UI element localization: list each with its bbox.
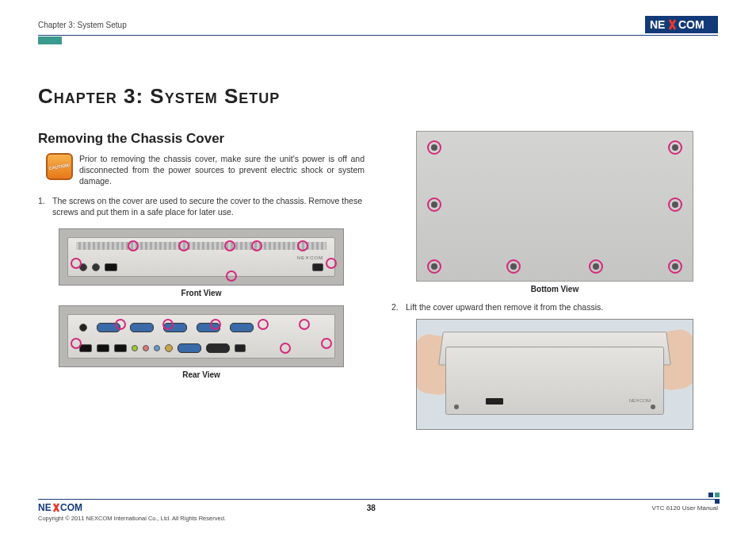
- svg-text:COM: COM: [60, 502, 82, 513]
- logo-text-left: NE: [650, 18, 665, 31]
- footer-corner-decoration: [708, 493, 720, 504]
- caution-text: Prior to removing the chassis cover, mak…: [79, 153, 365, 187]
- svg-text:NE: NE: [38, 502, 52, 513]
- section-heading: Removing the Chassis Cover: [38, 131, 365, 147]
- footer-nexcom-logo: NE COM: [38, 501, 90, 514]
- page-footer: NE COM 38 VTC 6120 User Manual Copyright…: [38, 499, 718, 522]
- step-1-number: 1.: [38, 195, 45, 206]
- front-view-caption: Front View: [38, 289, 365, 297]
- lift-cover-image: NE✕COM: [416, 319, 693, 430]
- step-2-text: Lift the cover upward then remove it fro…: [406, 302, 603, 312]
- bottom-view-caption: Bottom View: [391, 285, 718, 293]
- rear-view-image: [59, 305, 344, 367]
- step-2: 2. Lift the cover upward then remove it …: [391, 301, 718, 313]
- logo-text-right: COM: [678, 18, 704, 31]
- rear-view-caption: Rear View: [38, 370, 365, 379]
- front-view-image: NE✕COM: [59, 228, 344, 286]
- manual-name: VTC 6120 User Manual: [651, 504, 718, 512]
- right-column: Bottom View 2. Lift the cover upward the…: [391, 131, 718, 430]
- caution-icon: [46, 153, 73, 180]
- step-1: 1. The screws on the cover are used to s…: [38, 195, 365, 217]
- page-number: 38: [367, 504, 376, 512]
- caution-block: Prior to removing the chassis cover, mak…: [38, 153, 365, 187]
- content-columns: Removing the Chassis Cover Prior to remo…: [38, 131, 718, 430]
- header-chapter-label: Chapter 3: System Setup: [38, 21, 127, 29]
- copyright-text: Copyright © 2011 NEXCOM International Co…: [38, 515, 718, 522]
- chapter-title: Chapter 3: System Setup: [38, 84, 718, 109]
- header-accent-bar: [38, 36, 62, 44]
- page-header: Chapter 3: System Setup NE COM: [38, 16, 718, 36]
- left-column: Removing the Chassis Cover Prior to remo…: [38, 131, 365, 430]
- step-2-number: 2.: [391, 301, 399, 313]
- bottom-view-image: [416, 131, 693, 282]
- step-1-text: The screws on the cover are used to secu…: [52, 196, 362, 217]
- nexcom-logo: NE COM: [645, 16, 718, 33]
